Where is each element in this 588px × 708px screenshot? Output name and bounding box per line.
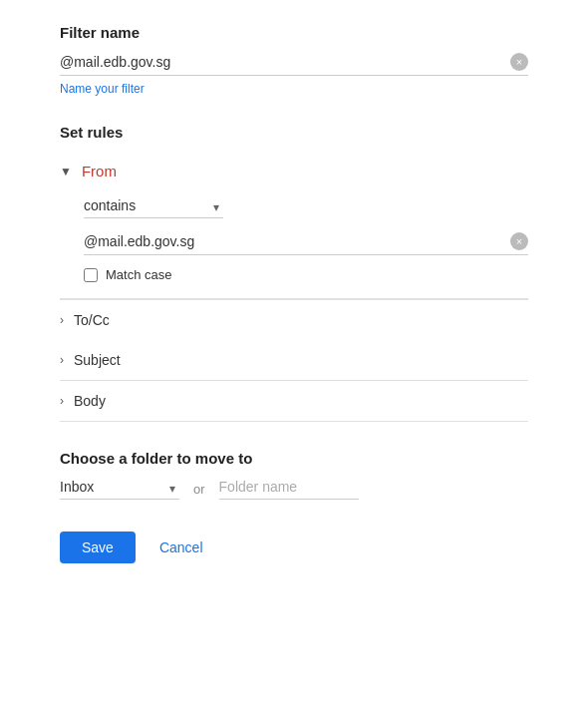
folder-select-wrapper: Inbox Sent Drafts Trash Spam ▾ — [60, 479, 179, 500]
contains-select[interactable]: contains does not contain is is not — [84, 197, 223, 217]
filter-name-helper: Name your filter — [60, 82, 528, 96]
match-case-row: Match case — [84, 267, 528, 282]
filter-name-input-wrapper: × — [60, 53, 528, 76]
to-cc-chevron-icon: › — [60, 313, 64, 327]
filter-name-clear-icon[interactable]: × — [510, 53, 528, 71]
folder-title: Choose a folder to move to — [60, 450, 528, 467]
match-case-checkbox[interactable] — [84, 268, 98, 282]
from-email-input-wrapper: × — [84, 232, 528, 255]
cancel-button[interactable]: Cancel — [155, 531, 207, 563]
from-email-clear-icon[interactable]: × — [510, 232, 528, 250]
body-rule[interactable]: › Body — [60, 381, 528, 422]
folder-select[interactable]: Inbox Sent Drafts Trash Spam — [60, 479, 179, 499]
buttons-row: Save Cancel — [60, 531, 528, 563]
from-expanded: contains does not contain is is not ▾ × … — [60, 185, 528, 299]
folder-name-input[interactable] — [219, 479, 359, 500]
contains-select-wrapper: contains does not contain is is not ▾ — [84, 197, 223, 218]
match-case-label[interactable]: Match case — [106, 267, 171, 282]
save-button[interactable]: Save — [60, 531, 136, 563]
body-label: Body — [74, 393, 106, 409]
folder-section: Choose a folder to move to Inbox Sent Dr… — [60, 450, 528, 500]
or-text: or — [193, 482, 205, 497]
folder-controls: Inbox Sent Drafts Trash Spam ▾ or — [60, 479, 528, 500]
from-email-input[interactable] — [84, 233, 510, 249]
subject-label: Subject — [74, 352, 121, 368]
subject-rule[interactable]: › Subject — [60, 340, 528, 381]
set-rules-section: Set rules ▼ From contains does not conta… — [60, 124, 528, 422]
filter-name-section: Filter name × Name your filter — [60, 24, 528, 96]
filter-name-title: Filter name — [60, 24, 528, 41]
subject-chevron-icon: › — [60, 353, 64, 367]
rules-list: › To/Cc › Subject › Body — [60, 299, 528, 422]
from-rule-header[interactable]: ▼ From — [60, 153, 528, 185]
to-cc-rule[interactable]: › To/Cc — [60, 300, 528, 340]
set-rules-title: Set rules — [60, 124, 528, 141]
body-chevron-icon: › — [60, 394, 64, 408]
to-cc-label: To/Cc — [74, 312, 110, 328]
from-chevron-icon: ▼ — [60, 165, 72, 178]
filter-name-input[interactable] — [60, 54, 510, 70]
from-label: From — [82, 163, 117, 179]
